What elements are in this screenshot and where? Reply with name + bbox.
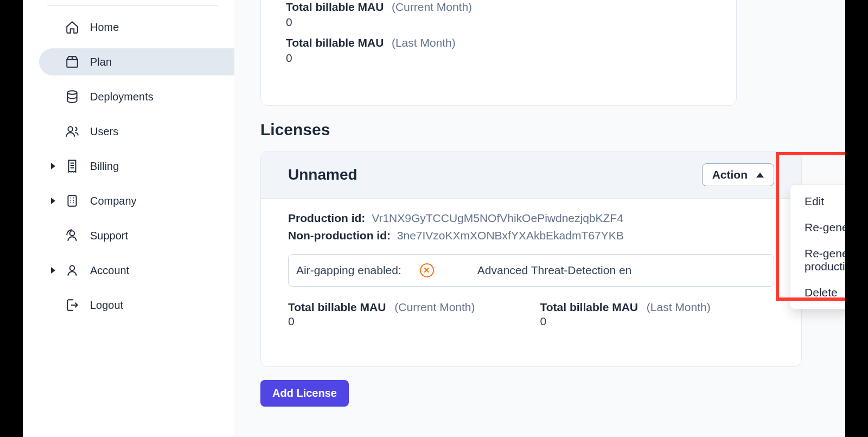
sidebar-item-label: Plan: [90, 56, 112, 68]
sidebar-item-label: Users: [90, 125, 118, 138]
sidebar-item-company[interactable]: Company: [39, 187, 234, 214]
metric-label: Total billable MAU: [286, 1, 384, 13]
x-circle-icon: ✕: [420, 263, 434, 277]
metric-current-header: Total billable MAU (Current Month): [286, 1, 711, 14]
license-name: Unnamed: [288, 166, 358, 183]
licenses-heading: Licenses: [260, 121, 330, 139]
sidebar-item-billing[interactable]: Billing: [39, 153, 234, 180]
metric-sublabel: (Last Month): [647, 301, 711, 313]
action-menu-edit[interactable]: Edit: [790, 188, 845, 214]
sidebar-item-label: Deployments: [90, 91, 154, 103]
sidebar-item-label: Billing: [90, 160, 119, 173]
metric-current-value: 0: [286, 16, 711, 29]
atd-label: Advanced Threat-Detection en: [477, 264, 631, 277]
sidebar-item-label: Company: [90, 195, 137, 207]
users-icon: [65, 124, 79, 138]
svg-rect-2: [68, 195, 76, 206]
nonproduction-id-value: 3ne7IVzoKXmXONBxfYXAkbEkadmT67YKB: [397, 229, 624, 242]
license-metric-last: Total billable MAU (Last Month) 0: [540, 301, 711, 335]
database-icon: [65, 90, 79, 104]
sidebar-item-label: Home: [90, 21, 119, 34]
svg-point-4: [70, 265, 75, 270]
sidebar: Home Plan Deployments Users: [23, 0, 234, 437]
license-card-header: Unnamed Action: [261, 151, 801, 199]
license-metric-current: Total billable MAU (Current Month) 0: [288, 301, 475, 335]
user-icon: [65, 263, 79, 277]
svg-point-1: [68, 126, 73, 131]
action-menu-regen-prod[interactable]: Re-generate production id: [790, 214, 845, 240]
sidebar-item-logout[interactable]: Logout: [39, 292, 234, 319]
add-license-button[interactable]: Add License: [260, 380, 349, 407]
logout-icon: [65, 298, 79, 312]
sidebar-item-deployments[interactable]: Deployments: [39, 83, 234, 110]
sidebar-item-label: Support: [90, 230, 128, 242]
license-flags: Air-gapping enabled: ✕ Advanced Threat-D…: [288, 254, 774, 287]
action-menu-delete[interactable]: Delete: [790, 280, 845, 306]
sidebar-item-support[interactable]: Support: [39, 222, 234, 249]
building-icon: [65, 194, 79, 208]
sidebar-item-label: Logout: [90, 299, 123, 312]
metric-sublabel: (Current Month): [394, 301, 475, 313]
support-icon: [65, 229, 79, 243]
sidebar-item-home[interactable]: Home: [39, 14, 234, 41]
chevron-right-icon: [51, 267, 55, 274]
receipt-icon: [65, 159, 79, 173]
sidebar-item-plan[interactable]: Plan: [39, 48, 234, 75]
metric-label: Total billable MAU: [540, 301, 638, 313]
top-metrics-card: Total billable MAU (Current Month) 0 Tot…: [260, 0, 737, 106]
action-label: Action: [712, 168, 748, 181]
action-dropdown-menu: Edit Re-generate production id Re-genera…: [790, 185, 845, 309]
plan-icon: [65, 55, 79, 69]
home-icon: [65, 20, 79, 34]
metric-sublabel: (Current Month): [392, 1, 472, 13]
action-menu-regen-nonprod[interactable]: Re-generate non-production id: [790, 240, 845, 280]
production-id-row: Production id: Vr1NX9GyTCCUgM5NOfVhikOeP…: [288, 212, 774, 225]
nonproduction-id-row: Non-production id: 3ne7IVzoKXmXONBxfYXAk…: [288, 229, 774, 242]
metric-label: Total billable MAU: [288, 301, 386, 313]
production-id-label: Production id:: [288, 212, 365, 224]
main-content: Total billable MAU (Current Month) 0 Tot…: [234, 0, 845, 437]
action-dropdown-button[interactable]: Action: [702, 163, 774, 186]
sidebar-item-users[interactable]: Users: [39, 118, 234, 145]
svg-point-3: [70, 231, 75, 236]
nonproduction-id-label: Non-production id:: [288, 229, 391, 242]
air-gapping-label: Air-gapping enabled:: [296, 264, 401, 277]
chevron-right-icon: [51, 163, 55, 169]
metric-value: 0: [288, 315, 475, 328]
svg-point-0: [67, 91, 76, 94]
sidebar-item-account[interactable]: Account: [39, 257, 234, 284]
metric-label: Total billable MAU: [286, 36, 384, 49]
metric-value: 0: [540, 315, 711, 328]
metric-last-value: 0: [286, 52, 711, 65]
metric-last-header: Total billable MAU (Last Month): [286, 36, 711, 49]
sidebar-item-label: Account: [90, 264, 129, 277]
sidebar-divider: [47, 5, 218, 6]
production-id-value: Vr1NX9GyTCCUgM5NOfVhikOePiwdnezjqbKZF4: [372, 212, 623, 224]
license-card: Unnamed Action Production id: Vr1NX9GyTC…: [260, 151, 802, 367]
chevron-right-icon: [51, 198, 55, 204]
caret-up-icon: [756, 173, 764, 178]
metric-sublabel: (Last Month): [392, 36, 456, 49]
